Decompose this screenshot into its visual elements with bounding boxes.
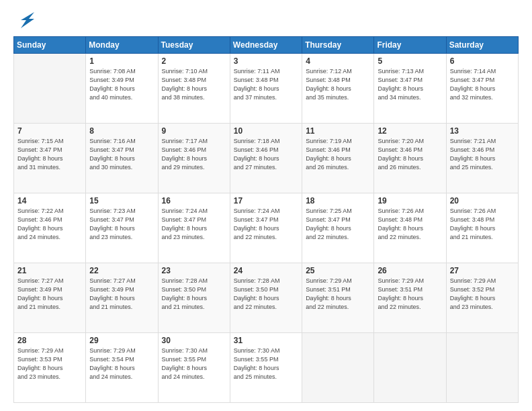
calendar-cell: 3Sunrise: 7:11 AM Sunset: 3:48 PM Daylig… xyxy=(230,54,302,124)
day-info: Sunrise: 7:29 AM Sunset: 3:52 PM Dayligh… xyxy=(450,277,515,312)
day-number: 22 xyxy=(89,266,154,275)
day-info: Sunrise: 7:23 AM Sunset: 3:47 PM Dayligh… xyxy=(89,207,154,242)
day-number: 25 xyxy=(306,266,370,275)
day-number: 24 xyxy=(234,266,298,275)
logo-icon xyxy=(15,9,37,31)
day-number: 20 xyxy=(450,196,515,205)
calendar-cell: 1Sunrise: 7:08 AM Sunset: 3:49 PM Daylig… xyxy=(86,54,158,124)
day-info: Sunrise: 7:26 AM Sunset: 3:48 PM Dayligh… xyxy=(450,207,515,242)
day-info: Sunrise: 7:25 AM Sunset: 3:47 PM Dayligh… xyxy=(306,207,370,242)
day-number: 28 xyxy=(17,336,82,345)
day-number: 1 xyxy=(89,56,154,66)
day-number: 11 xyxy=(306,126,370,136)
day-info: Sunrise: 7:17 AM Sunset: 3:46 PM Dayligh… xyxy=(162,137,226,172)
day-info: Sunrise: 7:29 AM Sunset: 3:53 PM Dayligh… xyxy=(17,347,82,381)
calendar-cell: 9Sunrise: 7:17 AM Sunset: 3:46 PM Daylig… xyxy=(158,124,230,193)
calendar-cell xyxy=(14,54,86,124)
day-number: 3 xyxy=(234,56,298,66)
calendar-cell: 27Sunrise: 7:29 AM Sunset: 3:52 PM Dayli… xyxy=(446,263,518,333)
page: SundayMondayTuesdayWednesdayThursdayFrid… xyxy=(0,0,532,411)
day-info: Sunrise: 7:26 AM Sunset: 3:48 PM Dayligh… xyxy=(378,207,442,242)
calendar-cell: 14Sunrise: 7:22 AM Sunset: 3:46 PM Dayli… xyxy=(14,193,86,263)
calendar-cell xyxy=(446,333,518,403)
day-info: Sunrise: 7:29 AM Sunset: 3:51 PM Dayligh… xyxy=(378,277,442,312)
calendar-cell: 18Sunrise: 7:25 AM Sunset: 3:47 PM Dayli… xyxy=(302,193,374,263)
week-row-4: 21Sunrise: 7:27 AM Sunset: 3:49 PM Dayli… xyxy=(14,263,519,333)
day-number: 14 xyxy=(17,196,82,205)
calendar-cell xyxy=(302,333,374,403)
weekday-header-wednesday: Wednesday xyxy=(230,37,302,54)
day-number: 30 xyxy=(162,336,226,345)
day-number: 6 xyxy=(450,56,515,66)
calendar-cell: 23Sunrise: 7:28 AM Sunset: 3:50 PM Dayli… xyxy=(158,263,230,333)
weekday-header-saturday: Saturday xyxy=(446,37,518,54)
calendar-cell xyxy=(374,333,446,403)
day-number: 21 xyxy=(17,266,82,275)
calendar-cell: 8Sunrise: 7:16 AM Sunset: 3:47 PM Daylig… xyxy=(86,124,158,193)
day-number: 29 xyxy=(89,336,154,345)
weekday-header-monday: Monday xyxy=(86,37,158,54)
day-info: Sunrise: 7:12 AM Sunset: 3:48 PM Dayligh… xyxy=(306,67,370,102)
day-info: Sunrise: 7:19 AM Sunset: 3:46 PM Dayligh… xyxy=(306,137,370,172)
calendar-cell: 2Sunrise: 7:10 AM Sunset: 3:48 PM Daylig… xyxy=(158,54,230,124)
day-number: 27 xyxy=(450,266,515,275)
week-row-5: 28Sunrise: 7:29 AM Sunset: 3:53 PM Dayli… xyxy=(14,333,519,403)
day-number: 19 xyxy=(378,196,442,205)
svg-marker-0 xyxy=(21,12,34,28)
day-info: Sunrise: 7:20 AM Sunset: 3:46 PM Dayligh… xyxy=(378,137,442,172)
calendar-cell: 11Sunrise: 7:19 AM Sunset: 3:46 PM Dayli… xyxy=(302,124,374,193)
day-info: Sunrise: 7:27 AM Sunset: 3:49 PM Dayligh… xyxy=(89,277,154,312)
day-info: Sunrise: 7:15 AM Sunset: 3:47 PM Dayligh… xyxy=(17,137,82,172)
day-info: Sunrise: 7:11 AM Sunset: 3:48 PM Dayligh… xyxy=(234,67,298,102)
calendar-cell: 31Sunrise: 7:30 AM Sunset: 3:55 PM Dayli… xyxy=(230,333,302,403)
day-number: 17 xyxy=(234,196,298,205)
weekday-header-friday: Friday xyxy=(374,37,446,54)
calendar-cell: 26Sunrise: 7:29 AM Sunset: 3:51 PM Dayli… xyxy=(374,263,446,333)
calendar-cell: 5Sunrise: 7:13 AM Sunset: 3:47 PM Daylig… xyxy=(374,54,446,124)
day-number: 8 xyxy=(89,126,154,136)
day-info: Sunrise: 7:13 AM Sunset: 3:47 PM Dayligh… xyxy=(378,67,442,102)
day-info: Sunrise: 7:22 AM Sunset: 3:46 PM Dayligh… xyxy=(17,207,82,242)
day-info: Sunrise: 7:24 AM Sunset: 3:47 PM Dayligh… xyxy=(234,207,298,242)
day-info: Sunrise: 7:08 AM Sunset: 3:49 PM Dayligh… xyxy=(89,67,154,102)
day-number: 15 xyxy=(89,196,154,205)
calendar-cell: 24Sunrise: 7:28 AM Sunset: 3:50 PM Dayli… xyxy=(230,263,302,333)
day-info: Sunrise: 7:28 AM Sunset: 3:50 PM Dayligh… xyxy=(162,277,226,312)
week-row-3: 14Sunrise: 7:22 AM Sunset: 3:46 PM Dayli… xyxy=(14,193,519,263)
calendar-cell: 28Sunrise: 7:29 AM Sunset: 3:53 PM Dayli… xyxy=(14,333,86,403)
day-info: Sunrise: 7:29 AM Sunset: 3:51 PM Dayligh… xyxy=(306,277,370,312)
calendar-cell: 7Sunrise: 7:15 AM Sunset: 3:47 PM Daylig… xyxy=(14,124,86,193)
calendar-cell: 4Sunrise: 7:12 AM Sunset: 3:48 PM Daylig… xyxy=(302,54,374,124)
day-number: 26 xyxy=(378,266,442,275)
week-row-1: 1Sunrise: 7:08 AM Sunset: 3:49 PM Daylig… xyxy=(14,54,519,124)
day-info: Sunrise: 7:30 AM Sunset: 3:55 PM Dayligh… xyxy=(234,347,298,381)
day-info: Sunrise: 7:16 AM Sunset: 3:47 PM Dayligh… xyxy=(89,137,154,172)
calendar-cell: 20Sunrise: 7:26 AM Sunset: 3:48 PM Dayli… xyxy=(446,193,518,263)
calendar-cell: 10Sunrise: 7:18 AM Sunset: 3:46 PM Dayli… xyxy=(230,124,302,193)
logo xyxy=(13,12,37,31)
day-number: 12 xyxy=(378,126,442,136)
calendar-cell: 29Sunrise: 7:29 AM Sunset: 3:54 PM Dayli… xyxy=(86,333,158,403)
calendar-cell: 16Sunrise: 7:24 AM Sunset: 3:47 PM Dayli… xyxy=(158,193,230,263)
weekday-header-thursday: Thursday xyxy=(302,37,374,54)
day-info: Sunrise: 7:18 AM Sunset: 3:46 PM Dayligh… xyxy=(234,137,298,172)
day-info: Sunrise: 7:27 AM Sunset: 3:49 PM Dayligh… xyxy=(17,277,82,312)
day-number: 9 xyxy=(162,126,226,136)
calendar-cell: 21Sunrise: 7:27 AM Sunset: 3:49 PM Dayli… xyxy=(14,263,86,333)
weekday-header-tuesday: Tuesday xyxy=(158,37,230,54)
week-row-2: 7Sunrise: 7:15 AM Sunset: 3:47 PM Daylig… xyxy=(14,124,519,193)
day-number: 7 xyxy=(17,126,82,136)
calendar-cell: 12Sunrise: 7:20 AM Sunset: 3:46 PM Dayli… xyxy=(374,124,446,193)
day-info: Sunrise: 7:14 AM Sunset: 3:47 PM Dayligh… xyxy=(450,67,515,102)
calendar-cell: 25Sunrise: 7:29 AM Sunset: 3:51 PM Dayli… xyxy=(302,263,374,333)
calendar-cell: 6Sunrise: 7:14 AM Sunset: 3:47 PM Daylig… xyxy=(446,54,518,124)
calendar-cell: 30Sunrise: 7:30 AM Sunset: 3:55 PM Dayli… xyxy=(158,333,230,403)
day-number: 10 xyxy=(234,126,298,136)
calendar-cell: 19Sunrise: 7:26 AM Sunset: 3:48 PM Dayli… xyxy=(374,193,446,263)
day-info: Sunrise: 7:21 AM Sunset: 3:46 PM Dayligh… xyxy=(450,137,515,172)
day-number: 13 xyxy=(450,126,515,136)
day-info: Sunrise: 7:28 AM Sunset: 3:50 PM Dayligh… xyxy=(234,277,298,312)
day-number: 16 xyxy=(162,196,226,205)
day-info: Sunrise: 7:10 AM Sunset: 3:48 PM Dayligh… xyxy=(162,67,226,102)
day-number: 2 xyxy=(162,56,226,66)
